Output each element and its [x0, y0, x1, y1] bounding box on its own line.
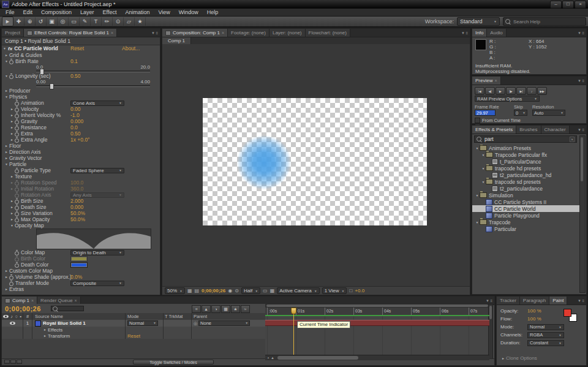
- property-slider[interactable]: 0.020.0: [36, 64, 150, 73]
- twirl-icon[interactable]: ▼: [9, 224, 15, 227]
- snapshot-icon[interactable]: ◉: [228, 288, 232, 293]
- frame-blend-icon[interactable]: ▦: [221, 305, 230, 313]
- property-value[interactable]: 0.0%: [70, 274, 82, 280]
- pixel-aspect-icon[interactable]: □: [349, 288, 352, 293]
- property-group-label[interactable]: Transform: [48, 333, 70, 339]
- property-slider[interactable]: 0.004.00: [36, 79, 150, 88]
- preset-tree-item-cc-particle-world[interactable]: CC Particle World: [472, 205, 580, 212]
- maximize-icon[interactable]: □: [562, 1, 574, 9]
- property-dropdown[interactable]: Cone Axis▼: [70, 100, 124, 106]
- twirl-icon[interactable]: ►: [9, 181, 15, 184]
- stopwatch-icon[interactable]: [15, 168, 20, 173]
- paint-setting-value[interactable]: 100 %: [527, 316, 541, 322]
- property-value[interactable]: 1x +0.0°: [70, 137, 90, 143]
- pen-tool-icon[interactable]: ✎: [80, 17, 91, 26]
- stopwatch-icon[interactable]: [15, 192, 20, 197]
- stopwatch-icon[interactable]: [9, 274, 14, 279]
- preset-tree-item-simulation[interactable]: ▼Simulation: [472, 192, 580, 199]
- twirl-icon[interactable]: ►: [9, 113, 15, 117]
- show-snapshot-icon[interactable]: ⊙: [235, 288, 239, 293]
- stopwatch-icon[interactable]: [15, 107, 20, 112]
- menu-edit[interactable]: Edit: [19, 9, 37, 17]
- rotation-tool-icon[interactable]: ↺: [36, 17, 47, 26]
- property-value[interactable]: 0.50: [70, 131, 81, 137]
- column-trkmat[interactable]: T TrkMat: [164, 313, 192, 320]
- zoom-in-icon[interactable]: ▲: [271, 356, 274, 360]
- twirl-icon[interactable]: ►: [9, 218, 15, 221]
- reset-button[interactable]: Reset: [70, 45, 84, 52]
- safe-zones-icon[interactable]: ▦: [187, 288, 192, 293]
- camera-dropdown[interactable]: Active Camera▼: [277, 287, 319, 294]
- tab-paint[interactable]: Paint: [549, 297, 567, 305]
- preset-tree-item-t2-particulardance[interactable]: t2_particulardance: [472, 185, 580, 192]
- composition-viewport[interactable]: [162, 44, 470, 286]
- twirl-icon[interactable]: ►: [42, 333, 48, 339]
- tab-preview[interactable]: Preview ×: [472, 77, 501, 85]
- close-icon[interactable]: ×: [494, 78, 497, 83]
- twirl-icon[interactable]: ►: [500, 357, 506, 360]
- graph-editor-icon[interactable]: ≈: [241, 305, 250, 313]
- twirl-icon[interactable]: ►: [9, 126, 15, 129]
- column-number[interactable]: #: [23, 313, 32, 320]
- foreground-color-swatch[interactable]: [564, 309, 571, 317]
- pan-behind-tool-icon[interactable]: ◎: [58, 17, 69, 26]
- scroll-thumb[interactable]: [581, 137, 583, 181]
- stopwatch-icon[interactable]: [9, 59, 14, 64]
- stopwatch-icon[interactable]: [15, 180, 20, 185]
- color-swatch[interactable]: [70, 256, 88, 262]
- twirl-icon[interactable]: ►: [9, 205, 15, 209]
- close-icon[interactable]: ×: [31, 298, 34, 303]
- tab-flowchart-none[interactable]: Flowchart: (none): [306, 29, 350, 37]
- scroll-thumb[interactable]: [489, 306, 492, 319]
- timeline-horizontal-scrollbar[interactable]: ▲ ▲: [265, 355, 489, 360]
- eye-icon[interactable]: [3, 315, 9, 318]
- twirl-icon[interactable]: ►: [9, 175, 15, 178]
- current-time-display[interactable]: 0;00;00;26: [5, 305, 41, 312]
- twirl-icon[interactable]: ►: [4, 53, 9, 57]
- transparency-grid-icon[interactable]: ▦: [270, 288, 275, 293]
- stopwatch-icon[interactable]: [15, 125, 20, 130]
- panel-menu-icon[interactable]: ▼ ≡: [576, 297, 586, 305]
- panel-menu-icon[interactable]: ▼ ≡: [576, 29, 586, 37]
- twirl-icon[interactable]: ▼: [475, 146, 480, 150]
- property-value[interactable]: 50.0%: [70, 216, 85, 222]
- tab-audio[interactable]: Audio: [487, 29, 506, 37]
- stopwatch-icon[interactable]: [15, 217, 20, 222]
- layer-color-swatch[interactable]: [35, 320, 41, 327]
- clear-search-icon[interactable]: ×: [570, 137, 575, 142]
- motion-blur-icon[interactable]: ★: [231, 305, 240, 313]
- preset-tree-item-trapcode-particular-ffx[interactable]: ▼Trapcode Particular ffx: [472, 151, 580, 158]
- from-current-time-checkbox[interactable]: From Current Time: [475, 118, 521, 123]
- paint-setting-value[interactable]: 100 %: [527, 308, 541, 314]
- twirl-icon[interactable]: ►: [9, 211, 15, 215]
- twirl-icon[interactable]: ►: [4, 156, 9, 160]
- menu-window[interactable]: Window: [175, 9, 203, 17]
- menu-animation[interactable]: Animation: [121, 9, 154, 17]
- twirl-icon[interactable]: ►: [9, 132, 15, 135]
- twirl-icon[interactable]: ▼: [2, 45, 7, 52]
- zoom-out-icon[interactable]: ▲: [267, 356, 270, 359]
- twirl-icon[interactable]: ►: [4, 275, 9, 279]
- stopwatch-icon[interactable]: [15, 100, 20, 105]
- zoom-tool-icon[interactable]: ⊕: [24, 17, 36, 26]
- frame-rate-dropdown[interactable]: 29.97: [475, 110, 496, 116]
- property-value[interactable]: 0.000: [70, 204, 83, 210]
- unified-camera-tool-icon[interactable]: ▣: [47, 17, 58, 26]
- audio-button[interactable]: ♪: [527, 87, 537, 95]
- twirl-icon[interactable]: ▼: [475, 194, 480, 197]
- current-time-indicator-line[interactable]: [293, 308, 294, 355]
- trkmat-cell[interactable]: [164, 320, 192, 327]
- property-value[interactable]: 0.0: [70, 124, 78, 131]
- minimize-icon[interactable]: –: [550, 1, 562, 9]
- property-value[interactable]: 360.0: [70, 186, 83, 192]
- blend-mode-dropdown[interactable]: Normal▼: [127, 320, 158, 326]
- presets-scrollbar[interactable]: [579, 135, 586, 293]
- presets-search[interactable]: ×: [474, 135, 577, 143]
- column-source-name[interactable]: Source Name: [32, 313, 126, 320]
- lock-icon[interactable]: ▪: [20, 314, 22, 319]
- clone-options-group[interactable]: ► Clone Options: [500, 355, 537, 361]
- presets-search-input[interactable]: [483, 135, 570, 143]
- hide-shy-icon[interactable]: ◑: [211, 305, 221, 313]
- close-icon[interactable]: ×: [75, 298, 77, 303]
- property-dropdown[interactable]: Composite▼: [70, 281, 124, 286]
